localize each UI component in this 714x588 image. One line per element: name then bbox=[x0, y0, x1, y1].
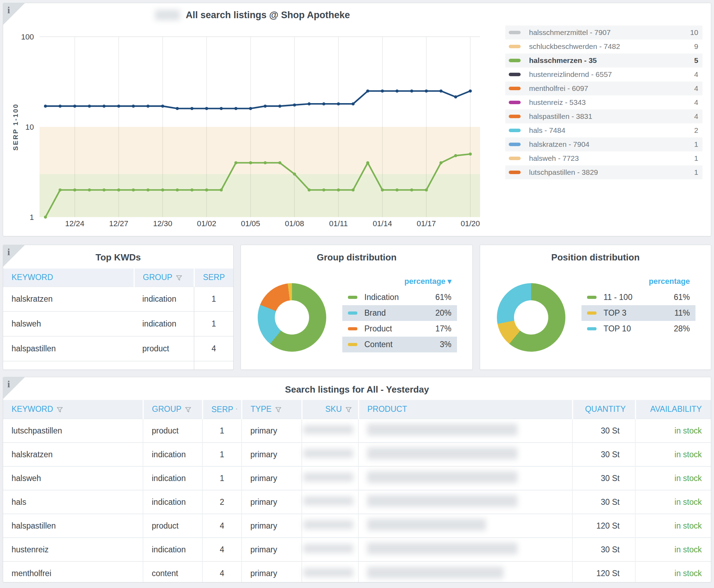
data-point[interactable] bbox=[278, 161, 281, 164]
data-point[interactable] bbox=[73, 188, 76, 192]
data-point[interactable] bbox=[191, 107, 194, 110]
data-point[interactable] bbox=[234, 107, 237, 110]
info-icon[interactable]: i bbox=[3, 3, 25, 25]
data-point[interactable] bbox=[58, 188, 62, 192]
column-header-type[interactable]: TYPE bbox=[242, 400, 302, 419]
data-point[interactable] bbox=[425, 89, 428, 93]
data-point[interactable] bbox=[293, 173, 296, 176]
data-point[interactable] bbox=[161, 188, 164, 192]
data-point[interactable] bbox=[117, 105, 120, 108]
data-point[interactable] bbox=[205, 107, 208, 110]
legend-item[interactable]: lutschpastillen - 38291 bbox=[505, 165, 702, 179]
data-point[interactable] bbox=[469, 152, 472, 156]
data-point[interactable] bbox=[322, 102, 326, 106]
data-point[interactable] bbox=[176, 107, 179, 110]
data-point[interactable] bbox=[44, 105, 47, 108]
data-point[interactable] bbox=[147, 188, 150, 192]
data-point[interactable] bbox=[102, 188, 106, 192]
percentage-sort-control[interactable]: percentage ▾ bbox=[342, 277, 457, 289]
data-point[interactable] bbox=[469, 89, 472, 93]
column-header-keyword[interactable]: KEYWORD bbox=[3, 400, 143, 419]
legend-item[interactable]: halspastillen - 38314 bbox=[505, 109, 702, 123]
legend-item[interactable]: hustenreizlindernd - 65574 bbox=[505, 67, 702, 81]
data-point[interactable] bbox=[176, 188, 179, 192]
legend-item[interactable]: mentholfrei - 60974 bbox=[505, 81, 702, 95]
data-point[interactable] bbox=[337, 188, 340, 192]
data-point[interactable] bbox=[410, 188, 413, 192]
data-point[interactable] bbox=[337, 102, 340, 106]
percentage-sort-control[interactable]: percentage bbox=[581, 277, 695, 289]
donut-legend-item[interactable]: Brand20% bbox=[342, 305, 457, 321]
legend-item[interactable]: halsschmerzen - 355 bbox=[505, 53, 702, 67]
legend-item[interactable]: halskratzen - 79041 bbox=[505, 137, 702, 151]
data-point[interactable] bbox=[102, 105, 106, 108]
data-point[interactable] bbox=[191, 188, 194, 192]
data-point[interactable] bbox=[73, 105, 76, 108]
donut-legend-item[interactable]: TOP 1028% bbox=[581, 321, 695, 337]
column-header-group[interactable]: GROUP bbox=[143, 400, 202, 419]
info-icon[interactable]: i bbox=[3, 245, 25, 267]
data-point[interactable] bbox=[395, 89, 399, 93]
data-point[interactable] bbox=[264, 105, 267, 108]
data-point[interactable] bbox=[205, 188, 208, 192]
data-point[interactable] bbox=[132, 105, 135, 108]
donut-legend-item[interactable]: Indication61% bbox=[342, 289, 457, 305]
data-point[interactable] bbox=[308, 102, 311, 106]
data-point[interactable] bbox=[395, 188, 399, 192]
data-point[interactable] bbox=[88, 105, 91, 108]
data-point[interactable] bbox=[381, 188, 384, 192]
data-point[interactable] bbox=[410, 89, 413, 93]
data-point[interactable] bbox=[322, 188, 326, 192]
column-header-sku[interactable]: SKU bbox=[302, 400, 358, 419]
data-point[interactable] bbox=[161, 105, 164, 108]
redacted-sku-value bbox=[304, 544, 353, 553]
donut-legend-item[interactable]: 11 - 10061% bbox=[581, 289, 695, 305]
legend-item[interactable]: halsweh - 77231 bbox=[505, 151, 702, 165]
data-point[interactable] bbox=[454, 95, 457, 99]
column-header-serp[interactable]: SERP· bbox=[202, 400, 242, 419]
data-point[interactable] bbox=[351, 188, 355, 192]
data-point[interactable] bbox=[58, 105, 62, 108]
data-point[interactable] bbox=[220, 188, 223, 192]
data-point[interactable] bbox=[234, 161, 237, 164]
legend-label: halspastillen - 3831 bbox=[529, 112, 682, 121]
donut-legend-item[interactable]: Product17% bbox=[342, 321, 457, 337]
data-point[interactable] bbox=[440, 89, 443, 93]
data-point[interactable] bbox=[308, 188, 311, 192]
legend-item[interactable]: schluckbeschwerden - 74829 bbox=[505, 40, 702, 53]
data-point[interactable] bbox=[351, 102, 355, 106]
donut-legend-item[interactable]: TOP 311% bbox=[581, 305, 695, 321]
data-point[interactable] bbox=[264, 161, 267, 164]
filter-funnel-icon[interactable] bbox=[345, 407, 352, 413]
data-point[interactable] bbox=[366, 89, 369, 93]
legend-item[interactable]: hals - 74842 bbox=[505, 123, 702, 137]
data-point[interactable] bbox=[381, 89, 384, 93]
data-point[interactable] bbox=[220, 107, 223, 110]
data-point[interactable] bbox=[249, 107, 252, 110]
filter-funnel-icon[interactable] bbox=[57, 407, 63, 413]
data-point[interactable] bbox=[147, 105, 150, 108]
data-point[interactable] bbox=[425, 188, 428, 192]
sort-indicator-icon[interactable]: · bbox=[235, 404, 238, 412]
filter-funnel-icon[interactable] bbox=[176, 275, 182, 281]
column-header-group[interactable]: GROUP bbox=[134, 268, 194, 287]
legend-item[interactable]: hustenreiz - 53434 bbox=[505, 95, 702, 109]
data-point[interactable] bbox=[366, 161, 369, 164]
data-point[interactable] bbox=[44, 216, 47, 219]
cell-type: primary bbox=[242, 466, 302, 490]
info-icon[interactable]: i bbox=[3, 377, 25, 399]
data-point[interactable] bbox=[440, 161, 443, 164]
data-point[interactable] bbox=[249, 161, 252, 164]
data-point[interactable] bbox=[293, 103, 296, 107]
cell-availability: in stock bbox=[635, 490, 711, 514]
data-point[interactable] bbox=[278, 105, 281, 108]
filter-funnel-icon[interactable] bbox=[185, 407, 191, 413]
data-point[interactable] bbox=[117, 188, 120, 192]
data-point[interactable] bbox=[132, 188, 135, 192]
data-point[interactable] bbox=[88, 188, 91, 192]
donut-legend-item[interactable]: Content3% bbox=[342, 337, 457, 352]
data-point[interactable] bbox=[454, 154, 457, 157]
filter-funnel-icon[interactable] bbox=[275, 407, 281, 413]
legend-item[interactable]: halsschmerzmittel - 790710 bbox=[505, 26, 702, 40]
serp-chart-area: All search listings @ Shop Apotheke 12/2… bbox=[12, 3, 493, 236]
